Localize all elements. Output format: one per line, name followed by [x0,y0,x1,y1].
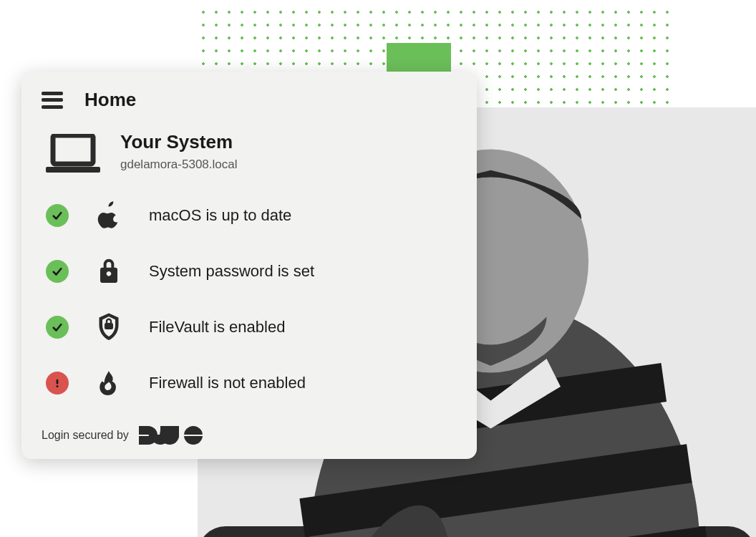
check-badge-icon [46,260,69,283]
shield-icon [93,311,125,343]
status-row-macos: macOS is up to date [46,200,457,231]
svg-rect-15 [105,323,113,329]
footer-label: Login secured by [42,429,129,442]
status-row-firewall: Firewall is not enabled [46,367,457,399]
warning-badge-icon [46,372,69,395]
apple-icon [93,200,125,231]
system-status-popover: Home Your System gdelamora-5308.local [21,72,477,459]
system-hostname: gdelamora-5308.local [120,158,238,172]
svg-rect-16 [57,379,59,384]
page-title: Home [84,89,136,111]
system-title: Your System [120,131,238,153]
svg-rect-20 [183,435,203,436]
status-list: macOS is up to date System password is s… [46,200,457,399]
svg-rect-18 [160,426,168,436]
flame-icon [93,367,125,399]
svg-point-17 [57,385,59,387]
system-info-block: Your System gdelamora-5308.local [46,131,457,174]
check-badge-icon [46,204,69,227]
duo-logo [139,426,203,445]
laptop-icon [46,134,100,174]
svg-rect-13 [53,135,93,164]
status-row-password: System password is set [46,256,457,287]
status-label: macOS is up to date [149,206,291,225]
footer: Login secured by [42,426,457,445]
status-label: Firewall is not enabled [149,374,306,392]
svg-rect-14 [46,167,100,173]
check-badge-icon [46,316,69,339]
status-label: FileVault is enabled [149,318,285,337]
hamburger-menu-icon[interactable] [42,92,63,109]
svg-rect-19 [172,426,179,436]
status-label: System password is set [149,262,314,281]
lock-icon [93,256,125,287]
status-row-filevault: FileVault is enabled [46,311,457,343]
popover-header: Home [42,89,457,111]
